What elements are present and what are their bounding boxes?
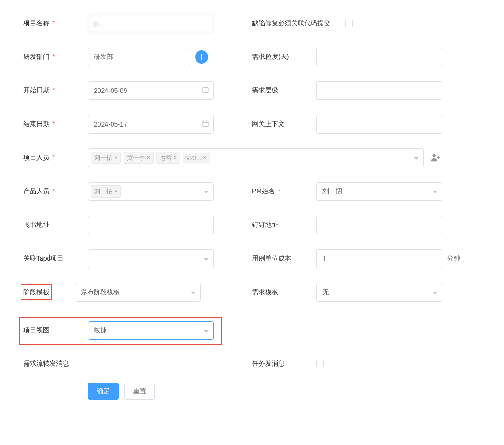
dingtalk-url-label: 钉钉地址: [252, 221, 316, 229]
dev-dept-input[interactable]: [88, 48, 190, 66]
end-date-input[interactable]: [88, 115, 214, 134]
project-name-label: 项目名称: [23, 19, 88, 28]
project-form: 项目名称 缺陷修复必须关联代码提交 研发部门 需求粒度(天): [23, 14, 481, 415]
dev-dept-label: 研发部门: [23, 53, 88, 61]
svg-rect-4: [203, 121, 208, 127]
dingtalk-url-input[interactable]: [316, 216, 442, 234]
plus-icon: [198, 54, 205, 60]
tag-remove-icon[interactable]: ×: [203, 155, 207, 161]
req-template-label: 需求模板: [252, 288, 316, 297]
case-unit-cost-input[interactable]: [316, 249, 442, 268]
stage-template-select[interactable]: 瀑布阶段模板: [75, 283, 201, 302]
svg-rect-0: [203, 88, 208, 93]
bugfix-link-checkbox[interactable]: [345, 20, 353, 27]
feishu-url-label: 飞书地址: [23, 221, 88, 229]
member-tag: 923...×: [183, 153, 210, 163]
chevron-down-icon: [204, 327, 209, 334]
stage-template-highlight: 阶段模板: [21, 284, 52, 300]
start-date-label: 开始日期: [23, 86, 88, 95]
tag-remove-icon[interactable]: ×: [147, 155, 150, 161]
project-view-select[interactable]: 敏捷: [88, 321, 214, 340]
tapd-project-select[interactable]: [88, 249, 214, 268]
project-view-highlight: 项目视图 敏捷: [19, 317, 222, 345]
chevron-down-icon: [204, 255, 209, 262]
chevron-down-icon: [433, 289, 437, 296]
tag-remove-icon[interactable]: ×: [114, 188, 118, 195]
chevron-down-icon: [191, 289, 196, 296]
calendar-icon: [202, 86, 209, 95]
add-dept-button[interactable]: [195, 50, 208, 64]
req-level-label: 需求层级: [252, 86, 316, 95]
add-person-button[interactable]: [430, 152, 441, 164]
req-template-select[interactable]: 无: [316, 283, 442, 302]
req-level-input[interactable]: [316, 81, 442, 100]
calendar-icon: [202, 120, 209, 129]
project-members-label: 项目人员: [23, 154, 88, 162]
minutes-unit: 分钟: [447, 254, 460, 263]
member-tag: 刘一招×: [91, 152, 121, 164]
task-msg-checkbox[interactable]: [316, 360, 324, 367]
stage-template-label: 阶段模板: [23, 288, 49, 296]
chevron-down-icon: [414, 154, 419, 162]
req-flow-msg-label: 需求流转发消息: [23, 360, 88, 368]
gateway-context-input[interactable]: [316, 115, 442, 134]
product-members-label: 产品人员: [23, 187, 88, 196]
project-view-label: 项目视图: [23, 326, 88, 335]
project-name-input[interactable]: [88, 14, 214, 33]
svg-point-8: [433, 154, 436, 157]
member-tag: 黄一手×: [124, 152, 154, 164]
tapd-project-label: 关联Tapd项目: [23, 254, 88, 263]
pm-name-select: 刘一招: [316, 182, 442, 201]
reset-button[interactable]: 重置: [124, 383, 155, 400]
chevron-down-icon: [433, 188, 437, 195]
req-granularity-input[interactable]: [316, 48, 442, 66]
member-tag: 运营×: [156, 152, 180, 164]
end-date-label: 结束日期: [23, 120, 88, 128]
case-unit-cost-label: 用例单位成本: [252, 254, 316, 263]
product-tag: 刘一招×: [91, 185, 121, 198]
bugfix-link-label: 缺陷修复必须关联代码提交: [252, 19, 345, 28]
start-date-input[interactable]: [88, 81, 214, 100]
tag-remove-icon[interactable]: ×: [174, 155, 177, 161]
task-msg-label: 任务发消息: [252, 360, 316, 368]
pm-name-label: PM姓名: [252, 187, 316, 196]
gateway-context-label: 网关上下文: [252, 120, 316, 128]
tag-remove-icon[interactable]: ×: [114, 155, 118, 161]
project-members-select[interactable]: 刘一招× 黄一手× 运营× 923...×: [88, 148, 424, 167]
req-granularity-label: 需求粒度(天): [252, 53, 316, 61]
chevron-down-icon: [204, 188, 209, 195]
confirm-button[interactable]: 确定: [88, 383, 119, 400]
feishu-url-input[interactable]: [88, 216, 214, 234]
product-members-select[interactable]: 刘一招×: [88, 182, 214, 201]
req-flow-msg-checkbox[interactable]: [88, 360, 95, 367]
